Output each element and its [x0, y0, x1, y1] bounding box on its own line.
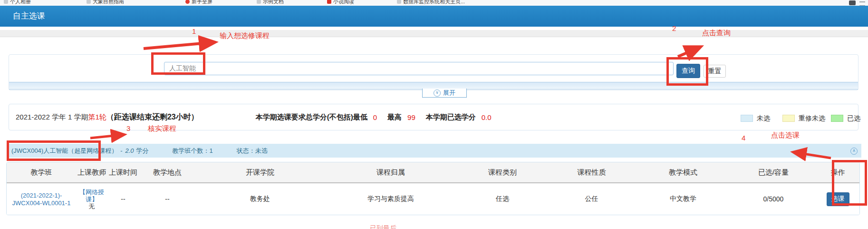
- course-separator: -: [120, 147, 122, 154]
- credit-max-value: 99: [407, 113, 415, 121]
- class-mode: 中文教学: [636, 195, 731, 203]
- bookmark-item[interactable]: 示例文档: [257, 0, 284, 5]
- col-header-time: 上课时间: [107, 168, 139, 177]
- col-header-location: 教学地点: [139, 168, 196, 177]
- app-header: 自主选课: [0, 6, 868, 27]
- legend-unselected-swatch: [741, 115, 753, 122]
- col-header-affiliation: 课程归属: [324, 168, 457, 177]
- page: 个人相册 大象自然指南 新手全屏 示例文档 小说阅读 数据库监控系统相关主页..…: [0, 0, 868, 229]
- class-category: 任选: [457, 195, 548, 203]
- bookmark-favicon-icon: [4, 0, 8, 4]
- course-search-input[interactable]: [164, 62, 674, 75]
- bookmark-label: 小说阅读: [333, 0, 354, 5]
- selection-countdown: （距选课结束还剩23小时）: [106, 112, 199, 122]
- bookmark-item[interactable]: 新手全屏: [185, 0, 212, 5]
- credit-min-value: 0: [373, 113, 377, 121]
- legend-selected-swatch: [831, 115, 843, 122]
- expand-toggle[interactable]: ∨ 展开: [422, 89, 467, 98]
- col-header-capacity: 已选/容量: [731, 168, 816, 177]
- col-header-mode: 教学模式: [636, 168, 731, 177]
- legend-retake-label: 重修未选: [799, 114, 825, 123]
- col-header-class: 教学班: [7, 168, 76, 177]
- class-code-link[interactable]: (2021-2022-1)-JWCX004-WL0001-1: [12, 192, 71, 207]
- teacher-name: 无: [76, 203, 107, 210]
- bookmark-favicon-icon: [257, 0, 261, 4]
- course-class-count: 教学班个数：1: [173, 147, 213, 155]
- course-status: 状态：未选: [237, 147, 268, 155]
- expand-label: 展开: [443, 89, 455, 97]
- page-title: 自主选课: [13, 6, 45, 27]
- class-affiliation: 学习与素质提高: [324, 195, 457, 203]
- bookmark-favicon-icon: [327, 0, 331, 4]
- semester-round: 第1轮: [88, 113, 106, 122]
- bookmark-favicon-icon: [397, 0, 401, 4]
- chosen-credit-label: 本学期已选学分: [426, 113, 476, 122]
- browser-menu-icon[interactable]: [859, 1, 865, 6]
- bookmark-item[interactable]: 个人相册: [4, 0, 31, 5]
- semester-info-panel: 2021-2022 学年 1 学期 第1轮 （距选课结束还剩23小时） 本学期选…: [9, 104, 858, 130]
- legend-selected-label: 已选: [847, 114, 860, 123]
- class-nature: 公任: [548, 195, 636, 203]
- course-title: (JWCX004)人工智能（超星网络课程）: [11, 147, 117, 155]
- annotation-step4-text: 点击选课: [771, 131, 800, 140]
- collapse-circle-icon[interactable]: ∧: [850, 148, 858, 155]
- bookmark-label: 示例文档: [263, 0, 284, 5]
- browser-window-icon[interactable]: [849, 0, 856, 5]
- semester-term: 2021-2022 学年 1 学期: [16, 113, 88, 122]
- pick-course-button[interactable]: 选课: [827, 192, 849, 206]
- annotation-arrow-3: [90, 135, 123, 138]
- query-button[interactable]: 查询: [676, 64, 700, 78]
- chevron-down-circle-icon: ∨: [434, 90, 441, 97]
- bookmark-label: 新手全屏: [192, 0, 212, 5]
- bookmark-label: 数据库监控系统相关主页...: [403, 0, 465, 5]
- bookmark-item[interactable]: 数据库监控系统相关主页...: [397, 0, 465, 5]
- bookmark-label: 个人相册: [10, 0, 31, 5]
- bookmark-favicon-icon: [185, 0, 190, 4]
- legend-retake-swatch: [782, 115, 795, 122]
- class-table: 教学班 上课教师 上课时间 教学地点 开课学院 课程归属 课程类别 课程性质 教…: [6, 162, 860, 215]
- toolbar-strip: [0, 30, 868, 37]
- reset-button[interactable]: 重置: [704, 65, 726, 78]
- browser-bookmarks-bar: 个人相册 大象自然指南 新手全屏 示例文档 小说阅读 数据库监控系统相关主页..…: [0, 0, 868, 6]
- bookmark-favicon-icon: [87, 0, 91, 4]
- table-row: (2021-2022-1)-JWCX004-WL0001-1 【网络授课】 无 …: [7, 183, 859, 215]
- annotation-arrow-1: [144, 42, 213, 49]
- class-college: 教务处: [196, 195, 324, 203]
- credit-max-label: 最高: [387, 113, 402, 122]
- teacher-cell: 【网络授课】 无: [76, 189, 107, 210]
- table-header-row: 教学班 上课教师 上课时间 教学地点 开课学院 课程归属 课程类别 课程性质 教…: [7, 162, 859, 183]
- bookmark-item[interactable]: 小说阅读: [327, 0, 354, 5]
- class-capacity: 0/5000: [731, 195, 816, 203]
- credit-req-label: 本学期选课要求总学分(不包括)最低: [256, 113, 367, 122]
- course-credits-unit: 学分: [136, 147, 149, 155]
- annotation-step4-number: 4: [742, 134, 745, 142]
- col-header-action: 操作: [816, 168, 859, 177]
- col-header-teacher: 上课教师: [76, 168, 107, 177]
- col-header-category: 课程类别: [457, 168, 548, 177]
- end-of-list-text: 已到最后: [370, 224, 396, 229]
- course-credits: 2.0: [125, 147, 134, 154]
- teacher-mode-tag: 【网络授课】: [76, 189, 107, 203]
- legend-unselected-label: 未选: [757, 114, 770, 123]
- course-summary-bar[interactable]: (JWCX004)人工智能（超星网络课程） - 2.0 学分 教学班个数：1 状…: [7, 144, 861, 158]
- col-header-nature: 课程性质: [548, 168, 636, 177]
- class-location: --: [139, 195, 196, 203]
- class-time: --: [107, 195, 139, 203]
- chosen-credit-value: 0.0: [482, 113, 492, 121]
- col-header-college: 开课学院: [196, 168, 324, 177]
- bookmark-item[interactable]: 大象自然指南: [87, 0, 124, 5]
- bookmark-label: 大象自然指南: [93, 0, 124, 5]
